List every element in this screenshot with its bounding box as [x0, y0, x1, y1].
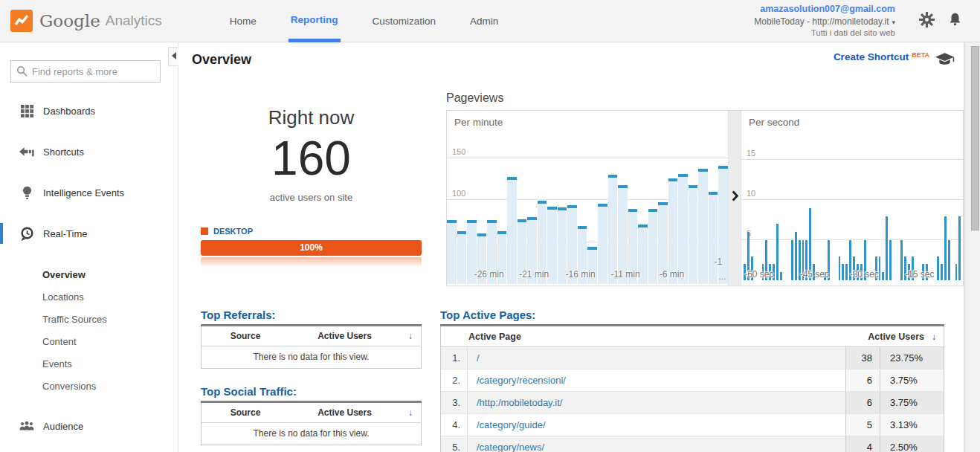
sidebar-item-label: Shortcuts	[43, 146, 84, 158]
gridline	[741, 199, 963, 200]
sidebar: Dashboards Shortcuts Intelligence Events…	[0, 42, 178, 452]
active-page-link[interactable]: /category/recensioni/	[468, 369, 845, 391]
view-name: Tutti i dati del sito web	[754, 28, 895, 39]
bar	[886, 216, 888, 280]
top-social-table: Source Active Users ↓ There is no data f…	[201, 403, 422, 445]
primary-nav: Home Reporting Customization Admin	[213, 0, 516, 42]
row-percent: 3.13%	[880, 414, 944, 436]
row-active-users: 5	[845, 414, 880, 436]
create-shortcut-link[interactable]: Create Shortcut	[834, 51, 909, 62]
x-axis-tick: -60 sec	[744, 269, 773, 280]
gridline	[447, 158, 728, 158]
table-row: 4. /category/guide/ 5 3.13%	[441, 414, 944, 436]
row-percent: 3.75%	[880, 369, 944, 391]
active-page-link[interactable]: /category/news/	[468, 436, 845, 452]
submenu-events[interactable]: Events	[42, 353, 178, 375]
sidebar-item-shortcuts[interactable]: Shortcuts	[0, 141, 178, 162]
submenu-overview[interactable]: Overview	[42, 264, 178, 286]
bar	[547, 207, 557, 284]
col-source: Source	[202, 331, 289, 341]
bar	[598, 204, 607, 284]
submenu-locations[interactable]: Locations	[42, 286, 178, 309]
col-source: Source	[202, 407, 289, 418]
empty-message: There is no data for this view.	[202, 423, 421, 445]
sort-descending-icon[interactable]: ↓	[924, 332, 944, 342]
sidebar-item-intelligence-events[interactable]: Intelligence Events	[0, 182, 178, 203]
bar	[889, 240, 892, 280]
top-active-pages-title: Top Active Pages:	[440, 309, 944, 321]
chart-pager-divider[interactable]	[728, 111, 741, 285]
bar	[795, 232, 797, 280]
scrollbar-thumb[interactable]	[971, 46, 979, 230]
brand-analytics: Analytics	[106, 13, 162, 29]
beta-badge: BETA	[912, 51, 929, 59]
sidebar-collapse-button[interactable]	[168, 47, 178, 66]
notifications-button[interactable]	[946, 12, 964, 30]
search-input[interactable]	[10, 60, 161, 83]
active-page-link[interactable]: /	[468, 347, 845, 369]
page-scrollbar[interactable]	[964, 42, 980, 452]
sidebar-item-real-time[interactable]: Real-Time	[0, 223, 178, 244]
nav-customization[interactable]: Customization	[370, 0, 439, 42]
bar	[941, 264, 943, 280]
sort-descending-icon[interactable]: ↓	[400, 331, 421, 341]
col-active-users: Active Users	[868, 332, 924, 342]
sidebar-item-dashboards[interactable]: Dashboards	[0, 100, 178, 121]
app-header: Google Analytics Home Reporting Customiz…	[0, 0, 980, 42]
active-page-link[interactable]: /category/guide/	[468, 414, 845, 436]
x-axis-tick: -30 sec	[850, 269, 879, 280]
bar	[709, 192, 718, 284]
table-header: Source Active Users ↓	[202, 403, 421, 423]
google-analytics-logo[interactable]: Google Analytics	[10, 10, 162, 32]
bar	[678, 174, 688, 284]
bar	[842, 264, 844, 280]
sidebar-item-label: Dashboards	[43, 106, 95, 117]
chart-annotation: ...	[718, 271, 726, 282]
x-axis-tick: -16 min	[566, 269, 596, 280]
nav-home[interactable]: Home	[228, 0, 259, 42]
submenu-conversions[interactable]: Conversions	[42, 375, 178, 398]
row-rank: 2.	[441, 369, 468, 391]
bar	[447, 220, 457, 284]
settings-button[interactable]	[918, 12, 935, 30]
property-selector[interactable]: MobileToday - http://moniletoday.it▾	[754, 16, 895, 28]
y-axis-tick: 10	[747, 189, 755, 198]
chart-annotation: -1	[714, 256, 722, 267]
col-active-users: Active Users	[289, 331, 400, 341]
sidebar-item-label: Intelligence Events	[43, 187, 124, 198]
sort-descending-icon[interactable]: ↓	[400, 407, 421, 418]
bar	[944, 216, 947, 280]
top-active-pages-table: Active Page Active Users ↓ 1. / 38 23.75…	[440, 326, 944, 452]
submenu-traffic-sources[interactable]: Traffic Sources	[42, 309, 178, 331]
x-axis-tick: -6 min	[660, 269, 684, 280]
nav-admin[interactable]: Admin	[468, 0, 500, 42]
top-social-title: Top Social Traffic:	[201, 385, 422, 398]
col-active-users: Active Users	[289, 407, 400, 418]
account-email-link[interactable]: amazasolution007@gmail.com	[754, 3, 895, 16]
sidebar-item-audience[interactable]: Audience	[0, 416, 178, 436]
graduation-cap-icon[interactable]	[935, 53, 955, 69]
gear-icon	[918, 11, 935, 31]
x-axis-tick: -45 sec	[800, 269, 829, 280]
desktop-percent-bar: 100%	[201, 240, 422, 256]
main-content: Overview Create Shortcut BETA Right now …	[179, 42, 964, 452]
table-row: 2. /category/recensioni/ 6 3.75%	[441, 369, 944, 392]
submenu-content[interactable]: Content	[42, 331, 178, 353]
pageviews-section-title: Pageviews	[446, 91, 503, 105]
create-shortcut: Create Shortcut BETA	[834, 51, 955, 69]
lightbulb-icon	[19, 186, 34, 200]
bar	[698, 169, 708, 284]
active-page-link[interactable]: /http:/mobiletoday.it/	[468, 392, 845, 413]
bar	[900, 240, 903, 280]
bar	[776, 224, 778, 280]
device-legend: DESKTOP	[201, 227, 422, 236]
search-icon	[16, 65, 28, 80]
sidebar-search	[10, 60, 167, 83]
top-active-pages-section: Top Active Pages: Active Page Active Use…	[440, 309, 944, 452]
bar	[689, 185, 698, 284]
brand-google: Google	[39, 11, 100, 30]
right-now-title: Right now	[201, 106, 422, 129]
bar	[948, 240, 950, 280]
nav-reporting[interactable]: Reporting	[288, 0, 341, 42]
per-minute-chart: Per minute 50100150-26 min-21 min-16 min…	[447, 111, 728, 285]
